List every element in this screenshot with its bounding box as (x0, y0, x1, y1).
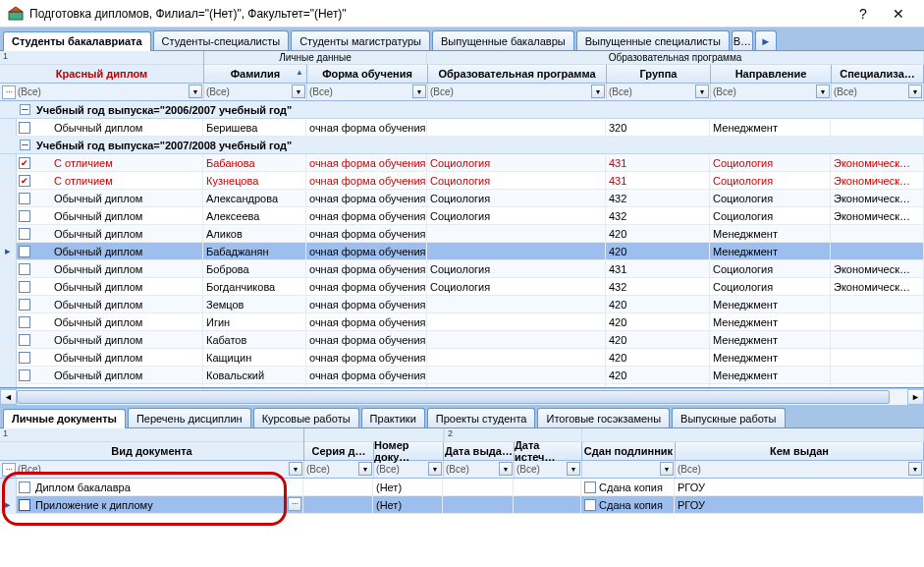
checkbox[interactable] (19, 316, 30, 328)
dropdown-icon[interactable]: ▼ (908, 85, 922, 98)
table-row[interactable]: Обычный дипломБеришеваочная форма обучен… (0, 119, 924, 137)
scroll-right-icon[interactable]: ► (907, 389, 924, 405)
tab-graduated-bachelor[interactable]: Выпущенные бакалавры (432, 30, 574, 50)
dropdown-icon[interactable]: ▼ (292, 85, 305, 98)
col-program[interactable]: Образовательная программа (428, 65, 607, 83)
group-row[interactable]: ─ Учебный год выпуска="2007/2008 учебный… (0, 137, 924, 154)
table-row[interactable]: Обычный дипломКабатовочная форма обучени… (0, 331, 924, 349)
tab-practices[interactable]: Практики (361, 408, 425, 427)
checkbox[interactable] (19, 157, 30, 169)
filter-group[interactable]: (Все)▼ (607, 84, 711, 100)
table-row[interactable]: Обычный дипломКащициночная форма обучени… (0, 349, 924, 367)
tab-students-specialist[interactable]: Студенты-специалисты (153, 30, 290, 50)
filter-program[interactable]: (Все)▼ (428, 84, 607, 100)
table-row[interactable]: С отличиемБабановаочная форма обученияСо… (0, 154, 924, 172)
table-row[interactable]: ▸Обычный дипломБабаджаняночная форма обу… (0, 243, 924, 260)
col-red-diploma[interactable]: Красный диплом (0, 65, 203, 83)
tab-students-master[interactable]: Студенты магистратуры (291, 30, 430, 50)
scrollbar-horizontal[interactable]: ◄ ► (0, 388, 924, 405)
tab-graduated-specialist[interactable]: Выпущенные специалисты (576, 30, 730, 50)
lfilter-number[interactable]: (Все)▼ (374, 461, 444, 478)
main-grid[interactable]: ─ Учебный год выпуска="2006/2007 учебный… (0, 101, 924, 388)
col-specialization[interactable]: Специализа… (832, 65, 924, 83)
col-issuedate[interactable]: Дата выда… (444, 442, 515, 460)
col-direction[interactable]: Направление (711, 65, 832, 83)
table-row[interactable]: Обычный дипломКовальскийочная форма обуч… (0, 367, 924, 384)
checkbox[interactable] (19, 175, 30, 187)
lfilter-issuedate[interactable]: (Все)▼ (444, 461, 515, 478)
checkbox[interactable] (19, 263, 30, 275)
cell-dropdown-icon[interactable]: ⋯ (288, 497, 301, 511)
col-number[interactable]: Номер доку… (374, 442, 444, 460)
lfilter-expdate[interactable]: (Все)▼ (515, 461, 582, 478)
filter-btn-icon[interactable]: ⋯ (2, 463, 16, 477)
tab-overflow[interactable]: В… (732, 30, 753, 50)
dropdown-icon[interactable]: ▼ (289, 462, 302, 476)
table-row[interactable]: Обычный дипломБоброваочная форма обучени… (0, 260, 924, 278)
lfilter-original[interactable]: ▼ (582, 461, 676, 478)
tab-thesis[interactable]: Выпускные работы (672, 408, 785, 427)
col-expdate[interactable]: Дата истеч… (515, 442, 582, 460)
filter-spec[interactable]: (Все)▼ (832, 84, 924, 100)
checkbox[interactable] (19, 299, 30, 311)
filter-red[interactable]: ⋯ (Все) ▼ (0, 84, 204, 100)
checkbox[interactable] (19, 499, 30, 511)
table-row[interactable]: Обычный дипломАликовочная форма обучения… (0, 225, 924, 243)
dropdown-icon[interactable]: ▼ (695, 85, 709, 98)
lfilter-doctype[interactable]: ⋯(Все)▼ (0, 461, 304, 478)
dropdown-icon[interactable]: ▼ (660, 462, 674, 476)
checkbox[interactable] (19, 246, 30, 257)
tab-coursework[interactable]: Курсовые работы (253, 408, 359, 427)
checkbox[interactable] (19, 122, 30, 134)
col-group[interactable]: Группа (607, 65, 711, 83)
dropdown-icon[interactable]: ▼ (358, 462, 372, 476)
table-row[interactable]: Обычный дипломИгиночная форма обучения42… (0, 313, 924, 331)
col-family[interactable]: Фамилия▲ (204, 65, 307, 83)
dropdown-icon[interactable]: ▼ (189, 85, 202, 98)
checkbox[interactable] (19, 193, 30, 204)
dropdown-icon[interactable]: ▼ (908, 462, 922, 476)
dropdown-icon[interactable]: ▼ (428, 462, 442, 476)
col-form[interactable]: Форма обучения (307, 65, 428, 83)
dropdown-icon[interactable]: ▼ (816, 85, 830, 98)
checkbox[interactable] (19, 210, 30, 222)
scroll-left-icon[interactable]: ◄ (0, 389, 17, 405)
tab-disciplines[interactable]: Перечень дисциплин (128, 408, 251, 427)
dropdown-icon[interactable]: ▼ (499, 462, 513, 476)
dropdown-icon[interactable]: ▼ (591, 85, 605, 98)
filter-family[interactable]: (Все)▼ (204, 84, 307, 100)
tab-exams[interactable]: Итоговые госэкзамены (537, 408, 670, 427)
table-row[interactable]: Обычный дипломБогданчиковаочная форма об… (0, 278, 924, 296)
col-series[interactable]: Серия д… (304, 442, 374, 460)
table-row[interactable]: Обычный дипломЗемцовочная форма обучения… (0, 296, 924, 313)
checkbox[interactable] (584, 499, 596, 511)
table-row[interactable]: С отличиемКузнецоваочная форма обученияС… (0, 172, 924, 190)
checkbox[interactable] (19, 281, 30, 293)
col-doctype[interactable]: Вид документа (0, 442, 303, 460)
checkbox[interactable] (19, 369, 30, 381)
lower-grid[interactable]: Диплом бакалавра (Нет) Сдана копия РГОУ … (0, 479, 924, 547)
table-row[interactable]: ▸ Приложение к диплому ⋯ (Нет) Сдана коп… (0, 496, 924, 514)
tab-nav-right[interactable]: ► (755, 30, 777, 50)
tab-personal-docs[interactable]: Личные документы (3, 409, 126, 428)
table-row[interactable]: Обычный дипломАлексееваочная форма обуче… (0, 207, 924, 225)
help-button[interactable]: ? (845, 0, 881, 28)
tab-students-bachelor[interactable]: Студенты бакалавриата (3, 31, 151, 51)
col-original[interactable]: Сдан подлинник (582, 442, 676, 460)
filter-btn-icon[interactable]: ⋯ (2, 85, 16, 99)
col-issuer[interactable]: Кем выдан (676, 442, 924, 460)
lfilter-issuer[interactable]: (Все)▼ (676, 461, 924, 478)
checkbox[interactable] (19, 334, 30, 346)
checkbox[interactable] (584, 482, 596, 493)
lfilter-series[interactable]: (Все)▼ (304, 461, 374, 478)
table-row[interactable]: Обычный дипломАлександроваочная форма об… (0, 190, 924, 207)
dropdown-icon[interactable]: ▼ (412, 85, 426, 98)
checkbox[interactable] (19, 228, 30, 240)
dropdown-icon[interactable]: ▼ (567, 462, 580, 476)
checkbox[interactable] (19, 482, 30, 493)
close-button[interactable]: ✕ (881, 0, 916, 28)
cell-doctype[interactable]: Приложение к диплому ⋯ (32, 496, 303, 513)
tab-projects[interactable]: Проекты студента (427, 408, 536, 427)
collapse-icon[interactable]: ─ (20, 140, 30, 150)
filter-form[interactable]: (Все)▼ (307, 84, 428, 100)
